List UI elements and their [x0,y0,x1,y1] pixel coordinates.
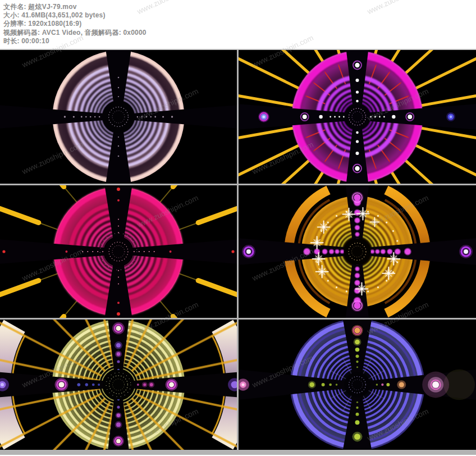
meta-duration: 时长: 00:00:10 [3,37,476,45]
video-frame-2 [239,50,476,184]
frame-3-art [0,185,237,318]
bottom-strip [0,450,476,455]
frame-1-art [0,50,237,184]
video-preview-sheet: 文件名: 超炫VJ-79.mov 大小: 41.6MB(43,651,002 b… [0,0,476,456]
video-frame-5 [0,320,237,450]
meta-codec: 视频解码器: AVC1 Video, 音频解码器: 0x0000 [3,29,476,37]
video-frame-6 [239,320,476,450]
video-frame-3 [0,185,237,318]
frame-2-art [239,50,476,184]
frame-4-art [239,185,476,318]
frame-grid [0,50,476,450]
frame-5-art [0,320,237,450]
meta-filesize: 大小: 41.6MB(43,651,002 bytes) [3,11,476,20]
frame-6-art [239,320,476,450]
video-frame-1 [0,50,237,184]
video-frame-4 [239,185,476,318]
meta-resolution: 分辨率: 1920x1080(16:9) [3,20,476,28]
meta-filename: 文件名: 超炫VJ-79.mov [3,3,476,11]
video-metadata: 文件名: 超炫VJ-79.mov 大小: 41.6MB(43,651,002 b… [0,0,476,50]
